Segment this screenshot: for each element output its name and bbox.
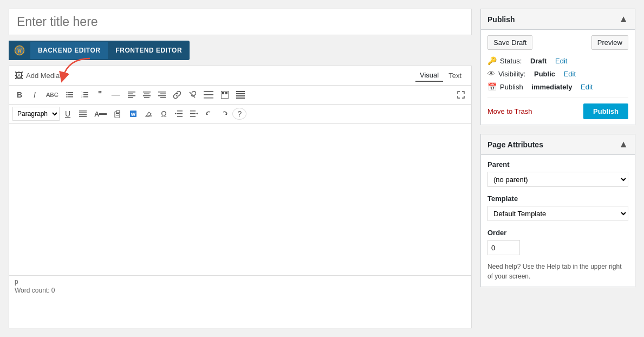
svg-rect-34	[236, 91, 245, 92]
insert-more-btn[interactable]	[200, 88, 217, 102]
align-left-btn[interactable]	[125, 88, 139, 102]
svg-rect-15	[128, 92, 135, 93]
svg-rect-53	[190, 111, 196, 112]
strikethrough-btn[interactable]: ABC	[43, 88, 62, 102]
svg-rect-18	[128, 98, 133, 99]
publish-panel-toggle: ▲	[619, 14, 628, 25]
publish-panel-header[interactable]: Publish ▲	[481, 9, 635, 30]
svg-rect-3	[68, 92, 73, 93]
svg-rect-49	[177, 111, 183, 112]
publish-button[interactable]: Publish	[583, 103, 628, 119]
svg-rect-29	[204, 91, 213, 92]
link-btn[interactable]	[170, 88, 184, 102]
blockquote-btn[interactable]: "	[93, 88, 107, 102]
editor-footer: p Word count: 0	[9, 275, 471, 296]
page-attributes-body: Parent (no parent) Template Default Temp…	[481, 155, 635, 287]
status-label: Status:	[500, 57, 522, 65]
distraction-free-btn[interactable]	[218, 88, 232, 102]
ol-btn[interactable]: 123	[78, 88, 92, 102]
svg-rect-17	[128, 95, 135, 96]
hr-btn[interactable]: —	[108, 88, 123, 102]
paragraph-indicator: p	[15, 278, 466, 286]
publish-timing: immediately	[531, 83, 572, 91]
publish-timing-row: 📅 Publish immediately Edit	[487, 82, 628, 91]
svg-rect-24	[160, 94, 166, 95]
svg-rect-22	[144, 98, 149, 99]
publish-panel-body: Save Draft Preview 🔑 Status: Draft Edit …	[481, 30, 635, 125]
add-media-label: Add Media	[26, 72, 60, 80]
svg-rect-44	[116, 113, 119, 114]
key-icon: 🔑	[487, 56, 497, 65]
outdent-btn[interactable]	[172, 107, 186, 121]
publish-panel: Publish ▲ Save Draft Preview 🔑 Status: D…	[480, 9, 635, 125]
fullscreen-btn[interactable]	[454, 88, 468, 102]
save-draft-button[interactable]: Save Draft	[487, 35, 532, 50]
visual-tab[interactable]: Visual	[415, 69, 443, 82]
status-edit-link[interactable]: Edit	[555, 57, 567, 65]
svg-marker-52	[175, 113, 177, 114]
frontend-editor-btn[interactable]: FRONTEND EDITOR	[108, 42, 190, 59]
justify-btn[interactable]	[76, 107, 90, 121]
special-char-btn[interactable]: Ω	[157, 107, 171, 121]
move-to-trash-link[interactable]: Move to Trash	[487, 107, 532, 115]
editor-toggle-bar: BACKEND EDITOR FRONTEND EDITOR	[9, 41, 190, 60]
svg-rect-33	[225, 92, 227, 94]
svg-rect-25	[158, 95, 166, 96]
svg-rect-26	[160, 98, 166, 99]
kitchen-sink-btn[interactable]	[233, 88, 248, 102]
paste-word-btn[interactable]: W	[126, 107, 140, 121]
format-select[interactable]: Paragraph Heading 1 Heading 2 Heading 3	[12, 107, 60, 121]
underline-btn[interactable]: U	[61, 107, 75, 121]
svg-rect-41	[79, 116, 87, 118]
align-center-btn[interactable]	[140, 88, 154, 102]
editor-area: 🖼 Add Media Visual Text B I ABC 123	[9, 66, 472, 328]
editor-body[interactable]	[9, 124, 471, 275]
template-select[interactable]: Default Template	[487, 206, 628, 221]
add-media-icon: 🖼	[15, 71, 23, 81]
parent-select[interactable]: (no parent)	[487, 172, 628, 187]
unlink-btn[interactable]	[185, 88, 199, 102]
svg-point-7	[66, 94, 67, 95]
ul-btn[interactable]	[63, 88, 77, 102]
paste-text-btn[interactable]	[111, 107, 125, 121]
publish-footer: Move to Trash Publish	[487, 98, 628, 119]
svg-rect-9	[83, 92, 88, 93]
indent-btn[interactable]	[187, 107, 201, 121]
text-tab[interactable]: Text	[444, 69, 466, 82]
redo-btn[interactable]	[217, 107, 231, 121]
order-label: Order	[487, 229, 628, 237]
page-attributes-title: Page Attributes	[487, 140, 543, 149]
text-color-btn[interactable]: A	[91, 107, 110, 121]
svg-rect-36	[236, 95, 245, 96]
svg-marker-56	[196, 113, 198, 114]
title-input[interactable]	[9, 9, 472, 35]
publish-timing-edit-link[interactable]: Edit	[581, 83, 593, 91]
preview-button[interactable]: Preview	[591, 35, 628, 50]
order-input[interactable]	[487, 240, 520, 255]
wp-logo-icon	[9, 41, 30, 60]
visibility-edit-link[interactable]: Edit	[564, 70, 576, 78]
page-attributes-panel: Page Attributes ▲ Parent (no parent) Tem…	[480, 134, 635, 287]
eye-icon: 👁	[487, 69, 495, 78]
add-media-button[interactable]: 🖼 Add Media	[15, 71, 60, 81]
help-btn[interactable]: ?	[232, 108, 246, 120]
page-attributes-toggle: ▲	[619, 139, 628, 150]
eraser-btn[interactable]	[141, 107, 155, 121]
visibility-label: Visibility:	[498, 70, 525, 78]
visibility-row: 👁 Visibility: Public Edit	[487, 69, 628, 78]
italic-btn[interactable]: I	[28, 88, 42, 102]
toolbar-row-1: B I ABC 123 " —	[9, 86, 471, 105]
backend-editor-btn[interactable]: BACKEND EDITOR	[30, 42, 108, 59]
svg-rect-35	[236, 93, 245, 94]
svg-rect-51	[177, 116, 183, 117]
page-attributes-panel-header[interactable]: Page Attributes ▲	[481, 134, 635, 155]
svg-text:W: W	[131, 112, 136, 117]
svg-rect-10	[83, 94, 88, 95]
publish-panel-title: Publish	[487, 15, 515, 24]
svg-rect-39	[79, 113, 87, 114]
bold-btn[interactable]: B	[12, 88, 27, 102]
align-right-btn[interactable]	[155, 88, 169, 102]
publish-label: Publish	[500, 83, 523, 91]
undo-btn[interactable]	[202, 107, 216, 121]
template-label: Template	[487, 195, 628, 203]
